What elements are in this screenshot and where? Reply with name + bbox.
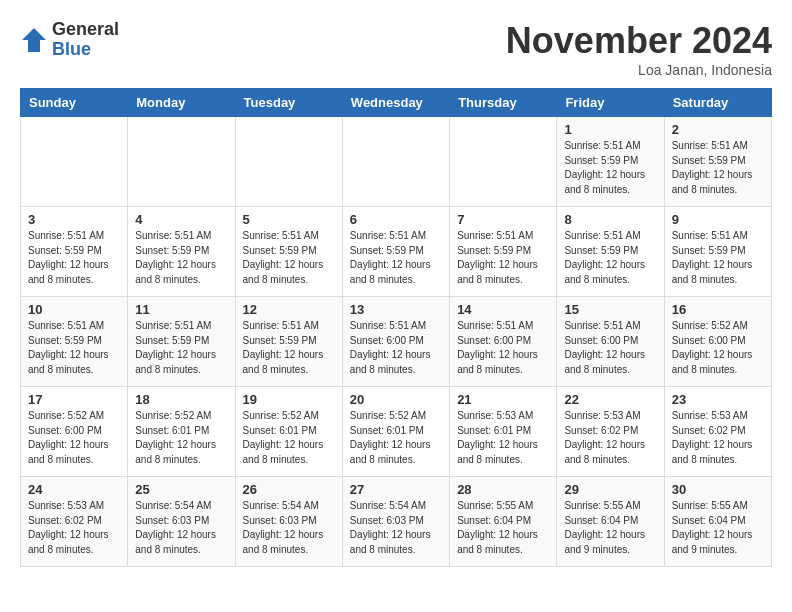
day-info: Sunrise: 5:51 AM Sunset: 5:59 PM Dayligh… [564, 229, 656, 287]
day-info: Sunrise: 5:52 AM Sunset: 6:01 PM Dayligh… [350, 409, 442, 467]
day-cell: 20Sunrise: 5:52 AM Sunset: 6:01 PM Dayli… [342, 387, 449, 477]
title-section: November 2024 Loa Janan, Indonesia [506, 20, 772, 78]
day-number: 26 [243, 482, 335, 497]
day-number: 9 [672, 212, 764, 227]
day-cell: 19Sunrise: 5:52 AM Sunset: 6:01 PM Dayli… [235, 387, 342, 477]
day-number: 1 [564, 122, 656, 137]
day-number: 14 [457, 302, 549, 317]
day-number: 22 [564, 392, 656, 407]
day-info: Sunrise: 5:51 AM Sunset: 5:59 PM Dayligh… [243, 319, 335, 377]
day-number: 17 [28, 392, 120, 407]
day-header-monday: Monday [128, 89, 235, 117]
day-number: 27 [350, 482, 442, 497]
day-cell: 14Sunrise: 5:51 AM Sunset: 6:00 PM Dayli… [450, 297, 557, 387]
day-info: Sunrise: 5:54 AM Sunset: 6:03 PM Dayligh… [350, 499, 442, 557]
day-info: Sunrise: 5:55 AM Sunset: 6:04 PM Dayligh… [457, 499, 549, 557]
day-info: Sunrise: 5:51 AM Sunset: 5:59 PM Dayligh… [135, 229, 227, 287]
day-info: Sunrise: 5:51 AM Sunset: 5:59 PM Dayligh… [135, 319, 227, 377]
svg-marker-0 [22, 28, 46, 52]
day-info: Sunrise: 5:51 AM Sunset: 5:59 PM Dayligh… [243, 229, 335, 287]
week-row-5: 24Sunrise: 5:53 AM Sunset: 6:02 PM Dayli… [21, 477, 772, 567]
location-subtitle: Loa Janan, Indonesia [506, 62, 772, 78]
day-info: Sunrise: 5:51 AM Sunset: 5:59 PM Dayligh… [672, 229, 764, 287]
day-info: Sunrise: 5:51 AM Sunset: 6:00 PM Dayligh… [457, 319, 549, 377]
day-info: Sunrise: 5:55 AM Sunset: 6:04 PM Dayligh… [564, 499, 656, 557]
day-number: 8 [564, 212, 656, 227]
logo-blue: Blue [52, 40, 119, 60]
day-number: 4 [135, 212, 227, 227]
day-number: 20 [350, 392, 442, 407]
day-info: Sunrise: 5:53 AM Sunset: 6:02 PM Dayligh… [564, 409, 656, 467]
day-number: 5 [243, 212, 335, 227]
day-number: 12 [243, 302, 335, 317]
day-info: Sunrise: 5:51 AM Sunset: 5:59 PM Dayligh… [28, 319, 120, 377]
day-cell [21, 117, 128, 207]
day-number: 3 [28, 212, 120, 227]
day-number: 30 [672, 482, 764, 497]
day-number: 11 [135, 302, 227, 317]
day-cell [128, 117, 235, 207]
page-header: General Blue November 2024 Loa Janan, In… [20, 20, 772, 78]
day-number: 16 [672, 302, 764, 317]
day-info: Sunrise: 5:52 AM Sunset: 6:00 PM Dayligh… [672, 319, 764, 377]
day-number: 10 [28, 302, 120, 317]
logo: General Blue [20, 20, 119, 60]
day-header-sunday: Sunday [21, 89, 128, 117]
day-cell: 9Sunrise: 5:51 AM Sunset: 5:59 PM Daylig… [664, 207, 771, 297]
day-header-saturday: Saturday [664, 89, 771, 117]
day-info: Sunrise: 5:51 AM Sunset: 5:59 PM Dayligh… [457, 229, 549, 287]
day-info: Sunrise: 5:51 AM Sunset: 5:59 PM Dayligh… [564, 139, 656, 197]
day-info: Sunrise: 5:53 AM Sunset: 6:02 PM Dayligh… [28, 499, 120, 557]
logo-general: General [52, 20, 119, 40]
day-cell: 11Sunrise: 5:51 AM Sunset: 5:59 PM Dayli… [128, 297, 235, 387]
day-cell: 17Sunrise: 5:52 AM Sunset: 6:00 PM Dayli… [21, 387, 128, 477]
day-cell [450, 117, 557, 207]
day-number: 13 [350, 302, 442, 317]
day-cell: 10Sunrise: 5:51 AM Sunset: 5:59 PM Dayli… [21, 297, 128, 387]
day-cell: 26Sunrise: 5:54 AM Sunset: 6:03 PM Dayli… [235, 477, 342, 567]
day-cell: 7Sunrise: 5:51 AM Sunset: 5:59 PM Daylig… [450, 207, 557, 297]
day-info: Sunrise: 5:52 AM Sunset: 6:01 PM Dayligh… [243, 409, 335, 467]
day-info: Sunrise: 5:53 AM Sunset: 6:02 PM Dayligh… [672, 409, 764, 467]
month-title: November 2024 [506, 20, 772, 62]
day-info: Sunrise: 5:55 AM Sunset: 6:04 PM Dayligh… [672, 499, 764, 557]
day-info: Sunrise: 5:51 AM Sunset: 5:59 PM Dayligh… [28, 229, 120, 287]
day-header-thursday: Thursday [450, 89, 557, 117]
day-header-tuesday: Tuesday [235, 89, 342, 117]
day-number: 19 [243, 392, 335, 407]
day-cell: 13Sunrise: 5:51 AM Sunset: 6:00 PM Dayli… [342, 297, 449, 387]
day-cell: 23Sunrise: 5:53 AM Sunset: 6:02 PM Dayli… [664, 387, 771, 477]
day-info: Sunrise: 5:51 AM Sunset: 6:00 PM Dayligh… [564, 319, 656, 377]
day-number: 7 [457, 212, 549, 227]
week-row-2: 3Sunrise: 5:51 AM Sunset: 5:59 PM Daylig… [21, 207, 772, 297]
day-number: 2 [672, 122, 764, 137]
day-number: 25 [135, 482, 227, 497]
day-info: Sunrise: 5:51 AM Sunset: 6:00 PM Dayligh… [350, 319, 442, 377]
week-row-1: 1Sunrise: 5:51 AM Sunset: 5:59 PM Daylig… [21, 117, 772, 207]
header-row: SundayMondayTuesdayWednesdayThursdayFrid… [21, 89, 772, 117]
day-cell: 25Sunrise: 5:54 AM Sunset: 6:03 PM Dayli… [128, 477, 235, 567]
day-info: Sunrise: 5:53 AM Sunset: 6:01 PM Dayligh… [457, 409, 549, 467]
day-number: 6 [350, 212, 442, 227]
day-number: 21 [457, 392, 549, 407]
day-header-wednesday: Wednesday [342, 89, 449, 117]
logo-text: General Blue [52, 20, 119, 60]
day-number: 18 [135, 392, 227, 407]
day-cell: 5Sunrise: 5:51 AM Sunset: 5:59 PM Daylig… [235, 207, 342, 297]
day-cell: 6Sunrise: 5:51 AM Sunset: 5:59 PM Daylig… [342, 207, 449, 297]
week-row-3: 10Sunrise: 5:51 AM Sunset: 5:59 PM Dayli… [21, 297, 772, 387]
day-cell: 3Sunrise: 5:51 AM Sunset: 5:59 PM Daylig… [21, 207, 128, 297]
day-cell: 15Sunrise: 5:51 AM Sunset: 6:00 PM Dayli… [557, 297, 664, 387]
day-cell: 8Sunrise: 5:51 AM Sunset: 5:59 PM Daylig… [557, 207, 664, 297]
day-info: Sunrise: 5:52 AM Sunset: 6:01 PM Dayligh… [135, 409, 227, 467]
day-cell: 4Sunrise: 5:51 AM Sunset: 5:59 PM Daylig… [128, 207, 235, 297]
day-cell: 2Sunrise: 5:51 AM Sunset: 5:59 PM Daylig… [664, 117, 771, 207]
day-info: Sunrise: 5:51 AM Sunset: 5:59 PM Dayligh… [350, 229, 442, 287]
day-cell: 1Sunrise: 5:51 AM Sunset: 5:59 PM Daylig… [557, 117, 664, 207]
day-info: Sunrise: 5:54 AM Sunset: 6:03 PM Dayligh… [135, 499, 227, 557]
calendar-table: SundayMondayTuesdayWednesdayThursdayFrid… [20, 88, 772, 567]
logo-icon [20, 26, 48, 54]
day-info: Sunrise: 5:54 AM Sunset: 6:03 PM Dayligh… [243, 499, 335, 557]
day-number: 24 [28, 482, 120, 497]
day-info: Sunrise: 5:51 AM Sunset: 5:59 PM Dayligh… [672, 139, 764, 197]
